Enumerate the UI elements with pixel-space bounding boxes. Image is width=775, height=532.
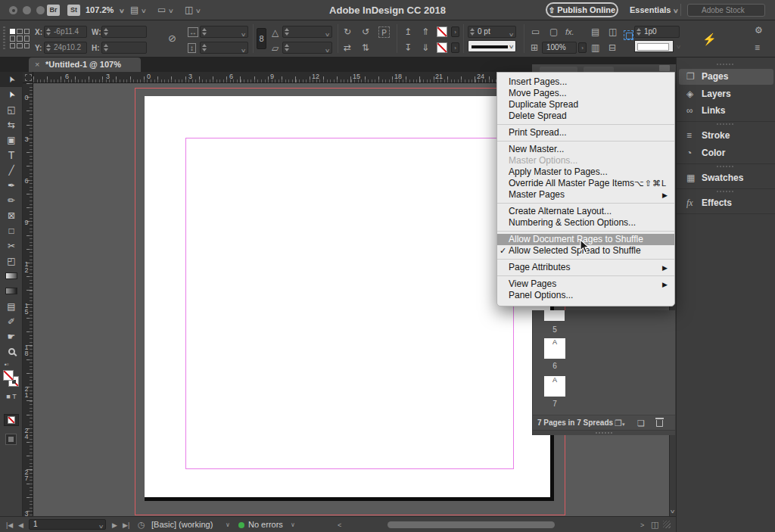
stroke-flyout-button[interactable]: › xyxy=(451,42,459,53)
rotate-cw-icon[interactable]: ↻ xyxy=(344,26,351,37)
last-page-button[interactable]: ▶| xyxy=(123,521,129,529)
page-thumbnail[interactable]: A xyxy=(544,338,565,359)
flip-horizontal-icon[interactable]: ⇄ xyxy=(344,42,351,53)
scroll-right-icon[interactable]: > xyxy=(640,521,644,529)
menu-item-override-master-items[interactable]: Override All Master Page Items⌥⇧⌘L xyxy=(497,178,674,189)
gear-icon[interactable]: ⚙ xyxy=(755,25,763,36)
line-tool[interactable]: ╱ xyxy=(0,163,23,178)
pencil-tool[interactable]: ✏ xyxy=(0,193,23,208)
window-minimize-button[interactable] xyxy=(23,6,31,14)
scroll-down-icon[interactable]: ∨ xyxy=(670,509,676,515)
zoom-chevron-icon[interactable]: ∨ xyxy=(117,5,124,14)
shear-angle-field[interactable]: ∨ xyxy=(282,42,332,54)
ruler-origin-box[interactable] xyxy=(23,72,33,83)
eyedropper-tool[interactable]: ✐ xyxy=(0,314,23,329)
frame-tool[interactable]: ⊠ xyxy=(0,208,23,223)
window-resize-grip[interactable] xyxy=(663,521,671,528)
y-position-field[interactable]: 24p10.2 xyxy=(44,42,87,54)
opacity-flyout-button[interactable]: › xyxy=(578,42,587,53)
content-collector-tool[interactable]: ▣ xyxy=(0,132,23,148)
document-tab[interactable]: × *Untitled-1 @ 107% xyxy=(29,58,141,72)
screen-mode-icon[interactable]: ▭∨ xyxy=(157,5,173,15)
previous-page-button[interactable]: ◀ xyxy=(18,521,23,529)
dock-grip[interactable] xyxy=(717,166,735,167)
menu-item-create-alternate-layout[interactable]: Create Alternate Layout... xyxy=(497,206,674,217)
quick-apply-icon[interactable]: ⚡ xyxy=(702,33,717,46)
dock-button-color[interactable]: ◔Color xyxy=(679,145,773,161)
scroll-left-icon[interactable]: < xyxy=(338,521,341,529)
page-thumbnail[interactable] xyxy=(544,310,565,321)
menu-item-numbering-section-options[interactable]: Numbering & Section Options... xyxy=(497,217,674,229)
menu-item-move-pages[interactable]: Move Pages... xyxy=(497,88,674,99)
select-container-icon[interactable]: P xyxy=(378,26,390,38)
menu-item-new-master[interactable]: New Master... xyxy=(497,144,674,155)
view-mode-button[interactable] xyxy=(5,434,17,445)
opacity-field[interactable]: 100% xyxy=(542,42,577,54)
align-top-icon[interactable]: ↥ xyxy=(404,26,412,37)
menu-item-print-spread[interactable]: Print Spread... xyxy=(497,127,674,138)
errors-chevron-icon[interactable]: ∨ xyxy=(291,521,295,528)
width-field[interactable] xyxy=(101,26,147,38)
rotation-angle-field[interactable]: ∨ xyxy=(282,26,332,38)
page-number-dropdown[interactable]: 1∨ xyxy=(29,519,106,530)
stroke-style-dropdown[interactable]: ∨ xyxy=(468,40,516,52)
menu-item-insert-pages[interactable]: Insert Pages... xyxy=(497,76,674,88)
rotate-ccw-icon[interactable]: ↺ xyxy=(362,26,369,37)
zoom-tool[interactable] xyxy=(0,344,23,359)
text-wrap-object-icon[interactable]: ▥ xyxy=(591,42,599,53)
menu-item-apply-master[interactable]: Apply Master to Pages... xyxy=(497,166,674,178)
gradient-tool[interactable] xyxy=(0,269,23,284)
menu-item-page-attributes[interactable]: Page Attributes▶ xyxy=(497,262,674,273)
panel-grip[interactable] xyxy=(3,26,5,51)
formatting-affects-icons[interactable]: ■ T xyxy=(0,393,23,400)
text-wrap-jump-icon[interactable]: ⊟ xyxy=(608,42,616,53)
dock-button-swatches[interactable]: ▦Swatches xyxy=(679,170,773,186)
window-zoom-button[interactable] xyxy=(36,6,45,14)
pen-tool[interactable]: ✒ xyxy=(0,178,23,193)
distribute-horizontal-icon[interactable]: ⇑ xyxy=(422,26,429,37)
zoom-level-dropdown[interactable]: 107.2% xyxy=(86,5,114,14)
menu-item-duplicate-spread[interactable]: Duplicate Spread xyxy=(497,99,674,110)
direct-selection-tool[interactable]: ➤ xyxy=(0,87,23,102)
scale-x-field[interactable]: ∨ xyxy=(200,26,248,38)
panel-menu-icon[interactable]: ≡ xyxy=(755,42,760,53)
stroke-weight-field[interactable]: 0 pt∨ xyxy=(468,26,516,38)
dock-button-effects[interactable]: fxEffects xyxy=(679,195,773,211)
gap-tool[interactable]: ⇆ xyxy=(0,117,23,132)
reference-point-proxy[interactable] xyxy=(10,29,30,48)
spacing-field[interactable]: 1p0 xyxy=(634,26,680,38)
menu-item-master-pages[interactable]: Master Pages▶ xyxy=(497,189,674,201)
fill-color-swatch[interactable] xyxy=(437,26,447,37)
dock-button-stroke[interactable]: ≡Stroke xyxy=(679,128,773,144)
gradient-feather-tool[interactable] xyxy=(0,284,23,299)
effects-icon[interactable]: fx. xyxy=(565,27,574,36)
selection-tool[interactable]: ➤ xyxy=(0,72,23,87)
note-tool[interactable]: ▤ xyxy=(0,299,23,314)
split-view-icon[interactable]: ◫ xyxy=(651,520,658,530)
constrain-scale-link-icon[interactable]: 8 xyxy=(257,28,266,49)
bridge-button[interactable]: Br xyxy=(47,5,60,16)
next-page-button[interactable]: ▶ xyxy=(112,521,117,529)
adobe-stock-search-input[interactable]: Adobe Stock xyxy=(687,4,765,17)
horizontal-scrollbar-thumb[interactable] xyxy=(388,521,555,528)
fill-flyout-button[interactable]: › xyxy=(451,26,459,37)
publish-online-button[interactable]: ⇧Publish Online xyxy=(546,2,618,17)
dock-grip[interactable] xyxy=(717,123,735,125)
dock-grip[interactable] xyxy=(717,191,735,192)
text-wrap-none-icon[interactable]: ▤ xyxy=(591,26,599,37)
workspace-switcher[interactable]: Essentials∨ xyxy=(630,5,678,14)
first-page-button[interactable]: |◀ xyxy=(6,521,13,529)
panel-resize-grip[interactable] xyxy=(533,430,675,435)
errors-status-dropdown[interactable]: No errors xyxy=(248,520,283,529)
tab-close-icon[interactable]: × xyxy=(35,58,39,72)
drop-shadow-icon[interactable]: ▢ xyxy=(549,26,558,37)
arrange-documents-icon[interactable]: ◫∨ xyxy=(185,5,201,15)
constrain-dimensions-icon[interactable]: ⊘ xyxy=(168,33,176,44)
text-wrap-bounding-icon[interactable]: ◫ xyxy=(608,26,617,37)
swatch-dropdown[interactable]: ∨ xyxy=(634,40,674,52)
menu-item-panel-options[interactable]: Panel Options... xyxy=(497,290,674,301)
height-field[interactable] xyxy=(101,42,147,54)
view-options-icon[interactable]: ▤∨ xyxy=(130,5,146,15)
preflight-icon[interactable]: ◷ xyxy=(138,520,145,530)
dock-button-layers[interactable]: ◈Layers xyxy=(679,86,773,102)
